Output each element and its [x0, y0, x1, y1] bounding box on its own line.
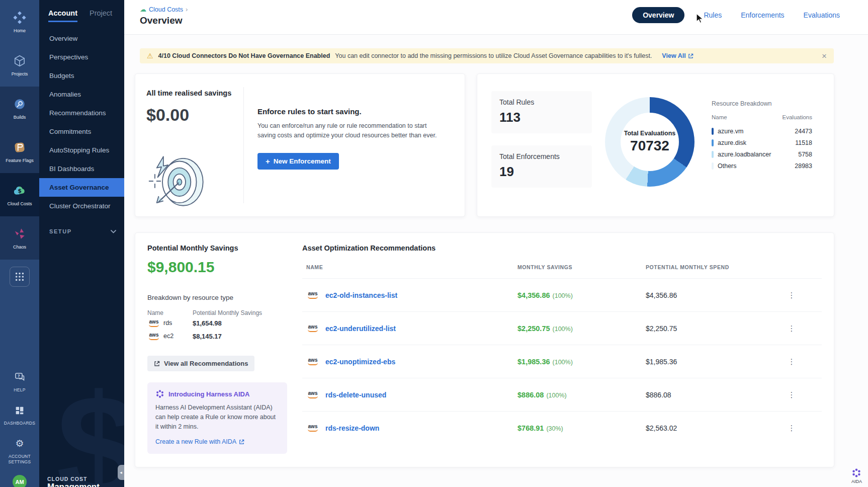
- sidebar-item-cluster-orchestrator[interactable]: Cluster Orchestrator: [39, 197, 124, 215]
- recommendation-savings-pct: (30%): [546, 425, 563, 432]
- view-all-link[interactable]: View All: [662, 52, 693, 59]
- sidebar-tab-account[interactable]: Account: [48, 9, 77, 22]
- kebab-menu-icon[interactable]: ⋮: [787, 424, 797, 433]
- total-enforcements-stat: Total Enforcements 19: [491, 145, 592, 188]
- recommendation-row: awsec2-unoptimized-ebs$1,985.36(100%)$1,…: [302, 345, 822, 378]
- rail-module-feature-flags[interactable]: Feature Flags: [0, 130, 39, 173]
- recommendation-name-link[interactable]: ec2-underutilized-list: [325, 324, 396, 333]
- recommendations-card: Potential Monthly Savings $9,800.15 Brea…: [135, 232, 834, 467]
- recommendation-name-link[interactable]: rds-resize-down: [325, 424, 379, 432]
- tab-enforcements[interactable]: Enforcements: [741, 11, 784, 19]
- breakdown-col-evaluations: Evaluations: [783, 114, 812, 120]
- breakdown-value: 11518: [795, 139, 812, 146]
- sidebar-item-recommendations[interactable]: Recommendations: [39, 104, 124, 122]
- tab-evaluations[interactable]: Evaluations: [804, 11, 840, 19]
- sidebar-item-anomalies[interactable]: Anomalies: [39, 85, 124, 104]
- recommendation-row: awsrds-resize-down$768.91(30%)$2,563.02⋮: [302, 411, 822, 444]
- user-avatar[interactable]: AM: [13, 475, 27, 487]
- recommendation-name-link[interactable]: rds-delete-unused: [325, 391, 386, 399]
- sidebar-item-budgets[interactable]: Budgets: [39, 66, 124, 85]
- sidebar-item-asset-governance[interactable]: Asset Governance: [39, 178, 124, 197]
- feature-flags-icon: [13, 140, 26, 155]
- breakdown-row: azure.vm24473: [712, 125, 812, 137]
- recommendation-spend: $4,356.86: [646, 291, 787, 299]
- module-footer-subtitle: Management: [47, 482, 100, 487]
- aws-icon: aws: [306, 424, 319, 432]
- aida-fab[interactable]: AIDA: [851, 468, 862, 484]
- rail-module-cloud-costs[interactable]: $Cloud Costs: [0, 173, 39, 216]
- rail-module-builds[interactable]: Builds: [0, 87, 39, 130]
- recommendation-spend: $2,563.02: [646, 424, 787, 432]
- sidebar-item-perspectives[interactable]: Perspectives: [39, 48, 124, 66]
- recommendation-spend: $1,985.36: [646, 358, 787, 366]
- cloud-costs-icon: $: [13, 183, 27, 198]
- banner-title: 4/10 Cloud Connectors Do Not Have Govern…: [158, 52, 330, 59]
- kebab-menu-icon[interactable]: ⋮: [787, 390, 797, 399]
- recommendation-spend: $2,250.75: [646, 324, 787, 333]
- enforce-panel: Enforce rules to start saving. You can e…: [244, 74, 465, 216]
- svg-text:$: $: [18, 188, 22, 194]
- asset-optimization-column: Asset Optimization Recommendations NAME …: [302, 244, 822, 454]
- harness-logo-icon: [13, 10, 27, 25]
- app-root: HomeProjectsBuildsFeature Flags$Cloud Co…: [0, 0, 868, 487]
- sidebar-item-bi-dashboards[interactable]: BI Dashboards: [39, 159, 124, 178]
- legend-swatch: [712, 139, 714, 146]
- sidebar-item-overview[interactable]: Overview: [39, 29, 124, 48]
- recommendation-name-link[interactable]: ec2-unoptimized-ebs: [325, 358, 395, 366]
- donut-center-value: 70732: [630, 138, 669, 154]
- dollar-watermark: $: [56, 372, 124, 487]
- cloud-icon: ☁: [140, 6, 146, 13]
- aida-promo-body: Harness AI Development Assistant (AIDA) …: [155, 403, 279, 431]
- sidebar-footer: CLOUD COST Management: [47, 476, 100, 487]
- rail-module-projects[interactable]: Projects: [0, 43, 39, 87]
- savings-card-title: All time realised savings: [146, 89, 243, 97]
- rail-item-help[interactable]: ?HELP: [0, 370, 39, 393]
- tab-rules[interactable]: Rules: [704, 11, 722, 19]
- rail-module-label: Projects: [11, 71, 29, 76]
- new-enforcement-button[interactable]: + New Enforcement: [257, 153, 339, 170]
- rail-module-label: Home: [13, 28, 27, 33]
- aida-promo-title: Introducing Harness AIDA: [168, 390, 249, 398]
- breakdown-name: azure.disk: [718, 139, 746, 146]
- total-rules-stat: Total Rules 113: [491, 91, 592, 133]
- rail-module-label: Builds: [13, 115, 27, 120]
- breakdown-name: azure.vm: [718, 128, 743, 135]
- rail-item-label: DASHBOARDS: [3, 421, 37, 426]
- resource-type-savings: $8,145.17: [193, 333, 287, 340]
- aida-promo-header: Introducing Harness AIDA: [155, 389, 279, 398]
- rail-item-label: ACCOUNT SETTINGS: [0, 454, 39, 465]
- sidebar-item-commitments[interactable]: Commitments: [39, 122, 124, 141]
- rail-module-label: Cloud Costs: [6, 201, 33, 206]
- rail-module-chaos[interactable]: Chaos: [0, 216, 39, 260]
- banner-body: You can edit connector to add the missin…: [335, 52, 652, 59]
- kebab-menu-icon[interactable]: ⋮: [787, 291, 797, 300]
- recommendation-name-link[interactable]: ec2-old-instances-list: [325, 291, 397, 299]
- close-icon[interactable]: ×: [822, 52, 827, 60]
- sidebar-item-autostopping-rules[interactable]: AutoStopping Rules: [39, 141, 124, 159]
- aws-icon: aws: [306, 324, 319, 332]
- sidebar-collapse-handle[interactable]: ◂: [118, 465, 124, 480]
- tab-overview[interactable]: Overview: [632, 7, 684, 23]
- breadcrumb-cloud-costs-link[interactable]: Cloud Costs: [149, 6, 183, 13]
- rail-item-account-settings[interactable]: ⚙ACCOUNT SETTINGS: [0, 436, 39, 465]
- svg-text:?: ?: [18, 374, 20, 378]
- sidebar-tab-project[interactable]: Project: [90, 9, 112, 22]
- recommendations-table-header: NAME MONTHLY SAVINGS POTENTIAL MONTHLY S…: [302, 264, 822, 278]
- create-rule-with-aida-link[interactable]: Create a new Rule with AIDA: [155, 438, 244, 445]
- total-rules-label: Total Rules: [499, 98, 584, 106]
- settings-gear-icon: ⚙: [15, 436, 24, 451]
- module-rail: HomeProjectsBuildsFeature Flags$Cloud Co…: [0, 0, 39, 487]
- kebab-menu-icon[interactable]: ⋮: [787, 324, 797, 333]
- kebab-menu-icon[interactable]: ⋮: [787, 357, 797, 366]
- rail-item-dashboards[interactable]: DASHBOARDS: [0, 403, 39, 426]
- module-selector-button[interactable]: [10, 267, 30, 287]
- breakdown-row: azure.loadbalancer5758: [712, 148, 812, 160]
- total-enforcements-value: 19: [499, 164, 584, 180]
- chevron-down-icon: [111, 230, 116, 233]
- view-all-recommendations-button[interactable]: View all Recommendations: [147, 356, 254, 371]
- aws-icon: aws: [147, 333, 160, 340]
- aida-fab-label: AIDA: [851, 479, 862, 484]
- setup-section-toggle[interactable]: SETUP: [39, 228, 124, 234]
- help-chat-icon: ?: [14, 370, 26, 385]
- rail-module-home[interactable]: Home: [0, 0, 39, 43]
